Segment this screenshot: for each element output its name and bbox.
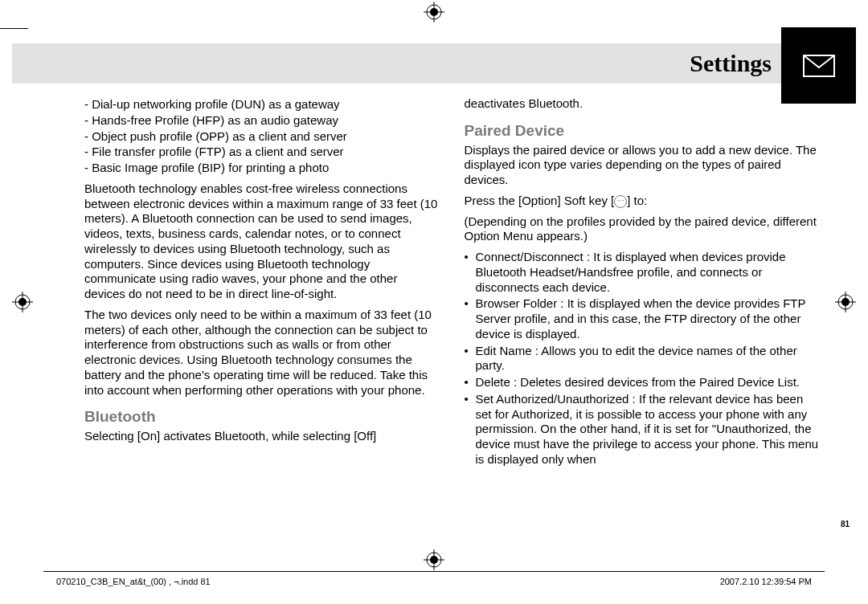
bullet-item: •Set Authorized/Unauthorized : If the re… [465,392,821,467]
footer-file-info: 070210_C3B_EN_at&t_(00) , ¬.indd 81 [56,577,211,588]
bullet-text: Set Authorized/Unauthorized : If the rel… [476,392,821,467]
bullet-item: •Browser Folder : It is displayed when t… [465,296,821,341]
content-area: - Dial-up networking profile (DUN) as a … [84,96,820,544]
bullet-dot-icon: • [465,250,476,295]
bullet-text: Delete : Deletes desired devices from th… [476,375,821,390]
profile-item: - File transfer profile (FTP) as a clien… [84,145,440,160]
profile-item: - Basic Image profile (BIP) for printing… [84,161,440,176]
registration-mark-right [835,292,856,312]
subhead-paired-device: Paired Device [465,121,821,141]
bullet-item: •Delete : Deletes desired devices from t… [465,375,821,390]
body-paragraph: Press the [Option] Soft key [⋯] to: [465,194,821,209]
bullet-dot-icon: • [465,344,476,374]
bullet-dot-icon: • [465,392,476,467]
bullet-text: Edit Name : Allows you to edit the devic… [476,344,821,374]
registration-mark-left [12,292,33,312]
body-paragraph: deactivates Bluetooth. [465,96,821,112]
header-icon-box [781,27,856,104]
subhead-bluetooth: Bluetooth [84,407,440,426]
crop-mark [0,28,28,29]
header-band: Settings [12,43,856,84]
body-paragraph: Selecting [On] activates Bluetooth, whil… [84,429,440,444]
footer: 070210_C3B_EN_at&t_(00) , ¬.indd 81 2007… [56,577,812,588]
body-paragraph: Displays the paired device or allows you… [465,143,821,188]
profile-item: - Object push profile (OPP) as a client … [84,129,440,145]
body-paragraph: (Depending on the profiles provided by t… [465,214,821,245]
bullet-text: Connect/Disconnect : It is displayed whe… [476,250,821,295]
registration-mark-bottom [424,549,444,570]
press-text-pre: Press the [Option] Soft key [ [465,194,615,207]
footer-divider [43,571,825,572]
left-column: - Dial-up networking profile (DUN) as a … [84,96,440,544]
bullet-dot-icon: • [465,296,476,341]
envelope-icon [803,55,835,77]
bullet-item: •Edit Name : Allows you to edit the devi… [465,344,821,374]
press-text-post: ] to: [627,194,647,207]
softkey-icon: ⋯ [614,195,627,208]
bullet-item: •Connect/Disconnect : It is displayed wh… [465,250,821,295]
body-paragraph: The two devices only need to be within a… [84,308,440,398]
footer-timestamp: 2007.2.10 12:39:54 PM [720,577,812,588]
profile-item: - Hands-free Profile (HFP) as an audio g… [84,113,440,129]
profile-item: - Dial-up networking profile (DUN) as a … [84,97,440,112]
body-paragraph: Bluetooth technology enables cost-free w… [84,182,440,302]
bullet-text: Browser Folder : It is displayed when th… [476,296,821,341]
page-title: Settings [690,48,772,79]
bullet-dot-icon: • [465,375,476,390]
right-column: deactivates Bluetooth. Paired Device Dis… [465,96,821,544]
registration-mark-top [424,2,444,22]
page-number: 81 [841,520,850,530]
